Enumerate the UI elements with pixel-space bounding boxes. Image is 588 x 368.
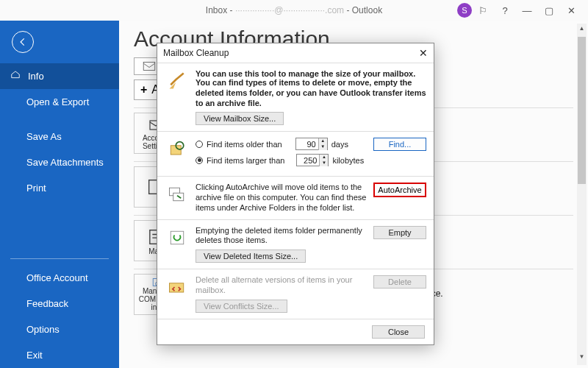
dialog-close-icon[interactable]: ✕ xyxy=(419,47,428,59)
back-button[interactable] xyxy=(12,31,34,53)
scroll-up-icon[interactable]: ▲ xyxy=(577,25,587,35)
close-button[interactable]: Close xyxy=(372,325,425,339)
svg-rect-0 xyxy=(143,63,155,71)
mail-icon xyxy=(142,61,157,71)
title-bar: Inbox - ················@···············… xyxy=(0,0,588,21)
conflicts-desc: Delete all alternate versions of items i… xyxy=(196,275,368,296)
close-window-icon[interactable]: ✕ xyxy=(560,5,582,16)
maximize-icon[interactable]: ▢ xyxy=(538,5,560,16)
arrow-left-icon xyxy=(18,37,28,47)
scroll-down-icon[interactable]: ▼ xyxy=(577,353,587,364)
home-icon xyxy=(10,70,21,79)
outlook-window: Inbox - ················@···············… xyxy=(0,0,588,368)
window-title: Inbox - ················@···············… xyxy=(206,5,382,15)
intro-line-2: You can find types of items to delete or… xyxy=(196,78,426,108)
view-conflicts-size-button: View Conflicts Size... xyxy=(196,300,287,313)
nav-office-account[interactable]: Office Account xyxy=(0,265,119,291)
intro-line-1: You can use this tool to manage the size… xyxy=(196,69,426,78)
find-larger-label: Find items larger than xyxy=(207,156,284,165)
nav-open-export[interactable]: Open & Export xyxy=(0,89,119,115)
delete-button: Delete xyxy=(373,275,426,289)
svg-rect-11 xyxy=(170,283,184,292)
backstage-nav: Info Open & Export Save As Save Attachme… xyxy=(0,21,119,368)
empty-desc: Emptying the deleted items folder perman… xyxy=(196,226,368,247)
nav-info-label: Info xyxy=(28,71,44,82)
radio-older-than[interactable] xyxy=(196,141,203,148)
nav-save-as[interactable]: Save As xyxy=(0,124,119,149)
kb-spinner[interactable]: 250 ▲▼ xyxy=(296,154,329,166)
empty-button[interactable]: Empty xyxy=(373,226,426,239)
days-unit: days xyxy=(331,140,348,149)
nav-exit[interactable]: Exit xyxy=(0,342,119,368)
nav-feedback[interactable]: Feedback xyxy=(0,291,119,316)
search-folder-icon xyxy=(167,139,187,160)
find-button[interactable]: Find... xyxy=(373,138,426,151)
broom-icon xyxy=(167,71,187,91)
dialog-title-bar: Mailbox Cleanup ✕ xyxy=(157,43,434,63)
autoarchive-desc: Clicking AutoArchive will move old items… xyxy=(196,183,368,213)
svg-rect-10 xyxy=(171,231,184,244)
main-scrollbar[interactable]: ▲ ▼ xyxy=(577,24,587,365)
nav-info[interactable]: Info xyxy=(0,63,119,89)
nav-print[interactable]: Print xyxy=(0,175,119,201)
recycle-icon xyxy=(167,227,187,248)
mailbox-cleanup-dialog: Mailbox Cleanup ✕ You can use this tool … xyxy=(157,43,434,345)
plus-icon: + xyxy=(140,83,147,96)
radio-larger-than[interactable] xyxy=(196,157,203,164)
profile-badge[interactable]: S xyxy=(457,3,472,18)
conflicts-folder-icon xyxy=(167,277,187,297)
help-icon[interactable]: ? xyxy=(494,5,516,16)
view-mailbox-size-button[interactable]: View Mailbox Size... xyxy=(196,112,284,125)
coming-soon-icon[interactable]: ⚐ xyxy=(472,5,494,16)
find-older-label: Find items older than xyxy=(207,140,282,149)
archive-icon xyxy=(167,184,187,205)
minimize-icon[interactable]: — xyxy=(516,5,538,16)
nav-save-attachments[interactable]: Save Attachments xyxy=(0,149,119,175)
autoarchive-button[interactable]: AutoArchive xyxy=(373,183,426,197)
nav-options[interactable]: Options xyxy=(0,316,119,342)
dialog-title: Mailbox Cleanup xyxy=(163,48,229,58)
days-spinner[interactable]: 90 ▲▼ xyxy=(295,138,328,150)
scroll-thumb[interactable] xyxy=(578,37,586,184)
view-deleted-size-button[interactable]: View Deleted Items Size... xyxy=(196,250,306,263)
kb-unit: kilobytes xyxy=(332,156,364,165)
